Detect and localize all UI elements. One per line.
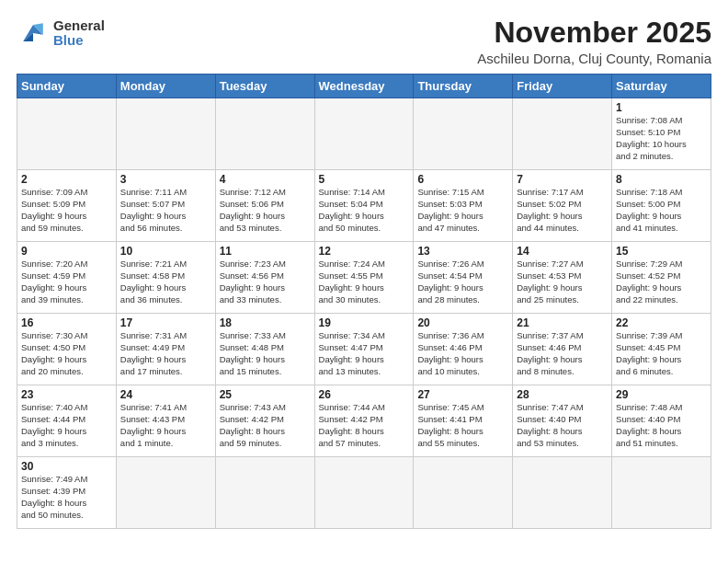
- day-info: Sunrise: 7:12 AM Sunset: 5:06 PM Dayligh…: [220, 187, 311, 234]
- day-info: Sunrise: 7:18 AM Sunset: 5:00 PM Dayligh…: [616, 187, 707, 234]
- calendar-cell: 9Sunrise: 7:20 AM Sunset: 4:59 PM Daylig…: [17, 242, 117, 314]
- calendar-cell: 19Sunrise: 7:34 AM Sunset: 4:47 PM Dayli…: [314, 314, 414, 385]
- day-number: 11: [220, 245, 311, 258]
- day-number: 18: [220, 316, 311, 329]
- logo-blue: Blue: [53, 32, 84, 48]
- day-info: Sunrise: 7:39 AM Sunset: 4:45 PM Dayligh…: [616, 330, 707, 377]
- day-info: Sunrise: 7:49 AM Sunset: 4:39 PM Dayligh…: [21, 474, 112, 521]
- calendar-header-row: SundayMondayTuesdayWednesdayThursdayFrid…: [17, 75, 711, 98]
- calendar-header-wednesday: Wednesday: [314, 75, 414, 98]
- calendar-cell: 4Sunrise: 7:12 AM Sunset: 5:06 PM Daylig…: [215, 170, 314, 242]
- day-info: Sunrise: 7:44 AM Sunset: 4:42 PM Dayligh…: [319, 402, 410, 449]
- calendar-cell: 22Sunrise: 7:39 AM Sunset: 4:45 PM Dayli…: [612, 314, 711, 385]
- day-number: 12: [319, 245, 410, 258]
- day-number: 27: [417, 388, 508, 401]
- day-info: Sunrise: 7:23 AM Sunset: 4:56 PM Dayligh…: [220, 259, 311, 305]
- day-number: 26: [319, 388, 410, 401]
- calendar-cell: [414, 98, 513, 170]
- day-number: 10: [120, 245, 211, 258]
- calendar-cell: 27Sunrise: 7:45 AM Sunset: 4:41 PM Dayli…: [414, 385, 513, 457]
- calendar-cell: 8Sunrise: 7:18 AM Sunset: 5:00 PM Daylig…: [612, 170, 711, 242]
- calendar-cell: 23Sunrise: 7:40 AM Sunset: 4:44 PM Dayli…: [17, 385, 117, 457]
- day-number: 21: [517, 316, 608, 329]
- day-number: 2: [21, 173, 112, 186]
- day-info: Sunrise: 7:14 AM Sunset: 5:04 PM Dayligh…: [319, 187, 410, 234]
- calendar-cell: 13Sunrise: 7:26 AM Sunset: 4:54 PM Dayli…: [414, 242, 513, 314]
- day-info: Sunrise: 7:36 AM Sunset: 4:46 PM Dayligh…: [417, 330, 508, 377]
- day-info: Sunrise: 7:33 AM Sunset: 4:48 PM Dayligh…: [220, 330, 311, 377]
- day-info: Sunrise: 7:41 AM Sunset: 4:43 PM Dayligh…: [120, 402, 211, 449]
- page: General Blue November 2025 Aschileu Dorn…: [0, 0, 728, 563]
- location-title: Aschileu Dorna, Cluj County, Romania: [477, 51, 711, 66]
- calendar-cell: 26Sunrise: 7:44 AM Sunset: 4:42 PM Dayli…: [314, 385, 414, 457]
- calendar: SundayMondayTuesdayWednesdayThursdayFrid…: [17, 74, 711, 529]
- calendar-cell: 15Sunrise: 7:29 AM Sunset: 4:52 PM Dayli…: [612, 242, 711, 314]
- calendar-cell: [215, 98, 314, 170]
- day-info: Sunrise: 7:29 AM Sunset: 4:52 PM Dayligh…: [616, 259, 707, 305]
- day-number: 6: [417, 173, 508, 186]
- calendar-cell: 20Sunrise: 7:36 AM Sunset: 4:46 PM Dayli…: [414, 314, 513, 385]
- day-info: Sunrise: 7:47 AM Sunset: 4:40 PM Dayligh…: [517, 402, 608, 449]
- calendar-cell: 3Sunrise: 7:11 AM Sunset: 5:07 PM Daylig…: [116, 170, 215, 242]
- logo-icon: [17, 17, 50, 50]
- day-info: Sunrise: 7:45 AM Sunset: 4:41 PM Dayligh…: [417, 402, 508, 449]
- day-number: 8: [616, 173, 707, 186]
- calendar-cell: 6Sunrise: 7:15 AM Sunset: 5:03 PM Daylig…: [414, 170, 513, 242]
- day-number: 4: [220, 173, 311, 186]
- day-info: Sunrise: 7:31 AM Sunset: 4:49 PM Dayligh…: [120, 330, 211, 377]
- calendar-cell: [314, 457, 414, 529]
- day-info: Sunrise: 7:17 AM Sunset: 5:02 PM Dayligh…: [517, 187, 608, 234]
- calendar-header-saturday: Saturday: [612, 75, 711, 98]
- logo-text: General Blue: [53, 18, 105, 49]
- day-number: 16: [21, 316, 112, 329]
- day-info: Sunrise: 7:09 AM Sunset: 5:09 PM Dayligh…: [21, 187, 112, 234]
- day-number: 7: [517, 173, 608, 186]
- logo: General Blue: [17, 17, 105, 50]
- calendar-cell: 30Sunrise: 7:49 AM Sunset: 4:39 PM Dayli…: [17, 457, 117, 529]
- day-number: 25: [220, 388, 311, 401]
- calendar-cell: 7Sunrise: 7:17 AM Sunset: 5:02 PM Daylig…: [513, 170, 612, 242]
- day-info: Sunrise: 7:11 AM Sunset: 5:07 PM Dayligh…: [120, 187, 211, 234]
- day-number: 28: [517, 388, 608, 401]
- calendar-cell: [17, 98, 117, 170]
- logo-general: General: [53, 17, 105, 33]
- calendar-header-thursday: Thursday: [414, 75, 513, 98]
- calendar-cell: 16Sunrise: 7:30 AM Sunset: 4:50 PM Dayli…: [17, 314, 117, 385]
- calendar-header-friday: Friday: [513, 75, 612, 98]
- day-info: Sunrise: 7:48 AM Sunset: 4:40 PM Dayligh…: [616, 402, 707, 449]
- calendar-cell: 25Sunrise: 7:43 AM Sunset: 4:42 PM Dayli…: [215, 385, 314, 457]
- day-number: 23: [21, 388, 112, 401]
- day-number: 30: [21, 460, 112, 473]
- calendar-cell: [116, 98, 215, 170]
- day-number: 22: [616, 316, 707, 329]
- day-number: 13: [417, 245, 508, 258]
- calendar-week-1: 1Sunrise: 7:08 AM Sunset: 5:10 PM Daylig…: [17, 98, 711, 170]
- calendar-cell: 28Sunrise: 7:47 AM Sunset: 4:40 PM Dayli…: [513, 385, 612, 457]
- calendar-cell: 14Sunrise: 7:27 AM Sunset: 4:53 PM Dayli…: [513, 242, 612, 314]
- day-info: Sunrise: 7:24 AM Sunset: 4:55 PM Dayligh…: [319, 259, 410, 305]
- calendar-cell: [513, 98, 612, 170]
- calendar-week-6: 30Sunrise: 7:49 AM Sunset: 4:39 PM Dayli…: [17, 457, 711, 529]
- calendar-cell: 12Sunrise: 7:24 AM Sunset: 4:55 PM Dayli…: [314, 242, 414, 314]
- calendar-week-4: 16Sunrise: 7:30 AM Sunset: 4:50 PM Dayli…: [17, 314, 711, 385]
- day-info: Sunrise: 7:08 AM Sunset: 5:10 PM Dayligh…: [616, 115, 707, 162]
- day-info: Sunrise: 7:27 AM Sunset: 4:53 PM Dayligh…: [517, 259, 608, 305]
- calendar-cell: [612, 457, 711, 529]
- calendar-header-tuesday: Tuesday: [215, 75, 314, 98]
- title-block: November 2025 Aschileu Dorna, Cluj Count…: [477, 17, 711, 66]
- day-number: 14: [517, 245, 608, 258]
- calendar-cell: 5Sunrise: 7:14 AM Sunset: 5:04 PM Daylig…: [314, 170, 414, 242]
- month-title: November 2025: [477, 17, 711, 49]
- header: General Blue November 2025 Aschileu Dorn…: [17, 17, 711, 66]
- calendar-cell: 1Sunrise: 7:08 AM Sunset: 5:10 PM Daylig…: [612, 98, 711, 170]
- calendar-cell: 21Sunrise: 7:37 AM Sunset: 4:46 PM Dayli…: [513, 314, 612, 385]
- day-number: 15: [616, 245, 707, 258]
- calendar-cell: [116, 457, 215, 529]
- calendar-cell: 2Sunrise: 7:09 AM Sunset: 5:09 PM Daylig…: [17, 170, 117, 242]
- day-number: 1: [616, 101, 707, 114]
- calendar-week-5: 23Sunrise: 7:40 AM Sunset: 4:44 PM Dayli…: [17, 385, 711, 457]
- calendar-cell: [314, 98, 414, 170]
- day-number: 20: [417, 316, 508, 329]
- day-number: 17: [120, 316, 211, 329]
- day-info: Sunrise: 7:37 AM Sunset: 4:46 PM Dayligh…: [517, 330, 608, 377]
